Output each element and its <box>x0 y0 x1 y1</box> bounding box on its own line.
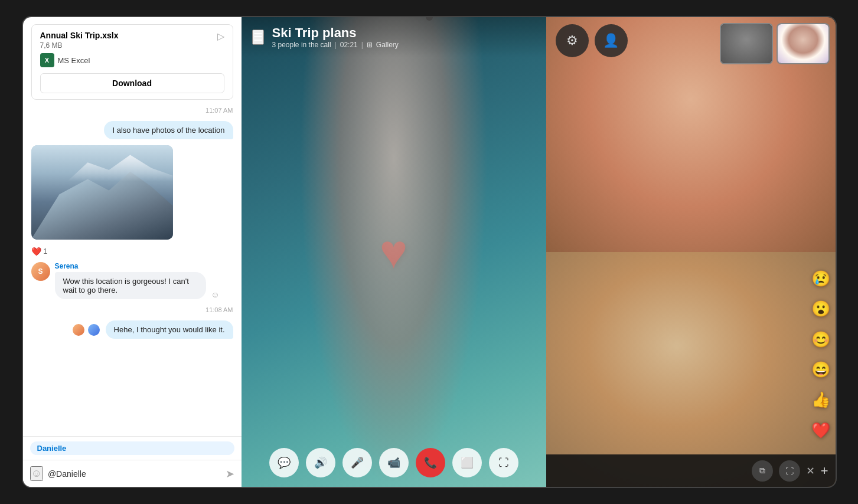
emoji-smile[interactable]: 😊 <box>811 330 830 349</box>
chat-messages: Annual Ski Trip.xslx 7,6 MB ▷ X MS Excel… <box>23 17 242 436</box>
timestamp-1107: 11:07 AM <box>205 107 233 114</box>
avatar-serena: S <box>31 262 50 281</box>
avatar-group <box>71 323 101 337</box>
file-attachment: Annual Ski Trip.xslx 7,6 MB ▷ X MS Excel… <box>31 24 233 100</box>
participants-bottom-bar: ⧉ ⛶ ✕ + <box>546 454 836 487</box>
main-person-video <box>299 17 488 487</box>
pip-video-2 <box>777 23 830 64</box>
volume-ctrl-button[interactable]: 🔊 <box>306 448 335 477</box>
send-button[interactable]: ➤ <box>226 467 234 480</box>
chat-input-bar: ☺ ➤ <box>23 460 242 487</box>
add-person-button[interactable]: 👤 <box>595 24 628 57</box>
excel-icon: X <box>40 53 54 67</box>
end-call-button[interactable]: 📞 <box>416 448 445 477</box>
call-meta-sep-1: | <box>335 41 337 49</box>
hamburger-button[interactable]: ☰ <box>252 30 264 45</box>
serena-message-content: Serena Wow this location is gorgeous! I … <box>55 262 233 299</box>
message-hehe-row: Hehe, I thought you would like it. <box>31 320 233 339</box>
fullscreen-layout-button[interactable]: ⛶ <box>779 460 800 482</box>
emoji-reaction-panel: 😢 😮 😊 😄 👍 ❤️ <box>806 258 836 451</box>
call-people: 3 people in the call <box>272 41 331 49</box>
mountain-bg <box>31 145 173 240</box>
participants-panel: ⚙ 👤 😢 😮 😊 <box>546 17 836 487</box>
timestamp-1108: 11:08 AM <box>205 306 233 313</box>
video-call-area: ☰ Ski Trip plans 3 people in the call | … <box>242 17 546 487</box>
bubble-serena: Wow this location is gorgeous! I can't w… <box>55 272 207 299</box>
avatar-tiny-2 <box>87 323 101 337</box>
file-info: Annual Ski Trip.xslx 7,6 MB <box>40 31 119 50</box>
emoji-reaction-btn[interactable]: ☺ <box>211 290 219 299</box>
call-title: Ski Trip plans <box>272 25 399 41</box>
file-size: 7,6 MB <box>40 41 119 50</box>
copy-layout-button[interactable]: ⧉ <box>752 460 773 482</box>
file-type-row: X MS Excel <box>40 53 224 67</box>
mention-tag-text: Danielle <box>37 444 67 453</box>
pip-light-face <box>778 24 828 63</box>
call-meta-sep-2: | <box>361 41 363 49</box>
snow-top <box>31 151 173 189</box>
emoji-laugh[interactable]: 😄 <box>811 361 830 379</box>
file-name: Annual Ski Trip.xslx <box>40 31 119 40</box>
mention-bar[interactable]: Danielle <box>23 436 242 460</box>
timestamp-row-2: 11:08 AM <box>31 305 233 315</box>
fullscreen-button[interactable]: ⛶ <box>489 448 518 477</box>
participant-controls: ⚙ 👤 <box>556 24 628 57</box>
call-gallery: Gallery <box>376 41 399 49</box>
mic-ctrl-button[interactable]: 🎤 <box>342 448 372 477</box>
call-controls: 💬 🔊 🎤 📹 📞 ⬜ ⛶ <box>269 448 518 477</box>
heart-reaction[interactable]: ❤️ <box>31 247 41 256</box>
pip-container <box>720 23 830 64</box>
emoji-heart[interactable]: ❤️ <box>811 421 830 440</box>
call-title-group: Ski Trip plans 3 people in the call | 02… <box>272 25 399 49</box>
gear-icon: ⚙ <box>566 33 578 48</box>
chat-ctrl-button[interactable]: 💬 <box>269 448 299 477</box>
serena-message-row: S Serena Wow this location is gorgeous! … <box>31 262 233 299</box>
message-photos: I also have photos of the location <box>31 121 233 139</box>
reaction-count: 1 <box>44 247 48 256</box>
gallery-icon-small: ⊞ <box>367 41 373 49</box>
close-panel-button[interactable]: ✕ <box>806 464 815 477</box>
chat-input[interactable] <box>48 469 221 479</box>
mention-tag[interactable]: Danielle <box>30 441 234 455</box>
reaction-row: ❤️ 1 <box>31 247 233 256</box>
device-frame: Annual Ski Trip.xslx 7,6 MB ▷ X MS Excel… <box>22 16 837 488</box>
settings-button[interactable]: ⚙ <box>556 24 589 57</box>
participant-bottom: 😢 😮 😊 😄 👍 ❤️ <box>546 252 836 487</box>
download-button[interactable]: Download <box>40 73 224 93</box>
forward-icon[interactable]: ▷ <box>217 31 224 42</box>
call-time: 02:21 <box>340 41 358 49</box>
video-ctrl-button[interactable]: 📹 <box>379 448 409 477</box>
call-header: ☰ Ski Trip plans 3 people in the call | … <box>242 17 546 57</box>
emoji-thumbsup[interactable]: 👍 <box>811 391 830 409</box>
screen-share-button[interactable]: ⬜ <box>452 448 482 477</box>
pip-dark-face <box>721 24 772 63</box>
timestamp-row-1: 11:07 AM <box>31 106 233 115</box>
participant-bottom-face <box>546 252 836 487</box>
emoji-cry[interactable]: 😢 <box>811 270 830 288</box>
add-participant-button[interactable]: + <box>821 463 828 479</box>
file-type-label: MS Excel <box>58 56 90 65</box>
call-meta: 3 people in the call | 02:21 | ⊞ Gallery <box>272 41 399 49</box>
pip-video-1 <box>720 23 773 64</box>
chat-image-mountain[interactable] <box>31 145 173 240</box>
add-person-icon: 👤 <box>603 33 619 48</box>
chat-panel: Annual Ski Trip.xslx 7,6 MB ▷ X MS Excel… <box>23 17 242 487</box>
participant-top: ⚙ 👤 <box>546 17 836 252</box>
sender-name-serena: Serena <box>55 262 233 270</box>
emoji-button[interactable]: ☺ <box>30 466 43 481</box>
main-video: ☰ Ski Trip plans 3 people in the call | … <box>242 17 546 487</box>
bubble-hehe: Hehe, I thought you would like it. <box>106 320 233 339</box>
emoji-surprised[interactable]: 😮 <box>811 300 830 318</box>
avatar-tiny-1 <box>71 323 86 337</box>
bubble-photos: I also have photos of the location <box>104 121 233 139</box>
